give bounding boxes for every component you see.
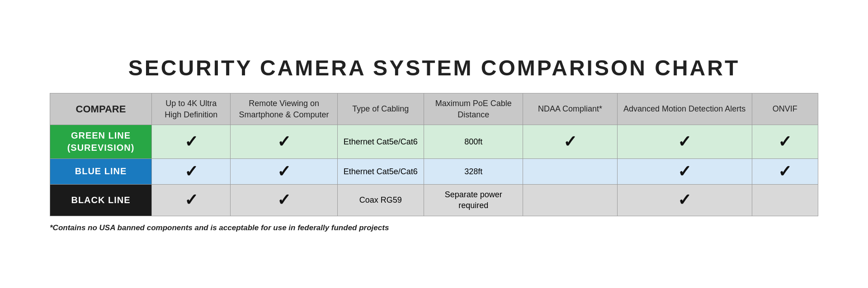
header-ndaa: NDAA Compliant* — [523, 93, 617, 125]
page-title: SECURITY CAMERA SYSTEM COMPARISON CHART — [128, 56, 740, 80]
cell-ndaa — [523, 158, 617, 184]
comparison-table: COMPARE Up to 4K Ultra High Definition R… — [50, 93, 818, 216]
header-remote: Remote Viewing on Smartphone & Computer — [231, 93, 337, 125]
row-label: BLACK LINE — [50, 185, 152, 216]
cell-cabling: Coax RG59 — [337, 185, 424, 216]
cell-motion: ✓ — [617, 185, 752, 216]
table-row: BLUE LINE✓✓Ethernet Cat5e/Cat6328ft✓✓ — [50, 158, 818, 184]
checkmark-icon: ✓ — [563, 132, 577, 151]
checkmark-icon: ✓ — [277, 162, 291, 181]
checkmark-icon: ✓ — [678, 190, 691, 209]
cell-poe: 800ft — [424, 125, 523, 158]
header-cabling: Type of Cabling — [337, 93, 424, 125]
row-label: BLUE LINE — [50, 158, 152, 184]
checkmark-icon: ✓ — [778, 132, 792, 151]
cell-onvif: ✓ — [752, 125, 818, 158]
cell-cabling: Ethernet Cat5e/Cat6 — [337, 125, 424, 158]
cell-motion: ✓ — [617, 125, 752, 158]
cell-4k: ✓ — [152, 158, 231, 184]
checkmark-icon: ✓ — [184, 132, 198, 151]
cell-remote: ✓ — [231, 185, 337, 216]
row-label: GREEN LINE (SUREVISION) — [50, 125, 152, 158]
header-onvif: ONVIF — [752, 93, 818, 125]
checkmark-icon: ✓ — [778, 162, 792, 181]
checkmark-icon: ✓ — [277, 190, 291, 209]
table-row: GREEN LINE (SUREVISION)✓✓Ethernet Cat5e/… — [50, 125, 818, 158]
table-row: BLACK LINE✓✓Coax RG59Separate power requ… — [50, 185, 818, 216]
cell-onvif — [752, 185, 818, 216]
cell-remote: ✓ — [231, 125, 337, 158]
cell-poe: Separate power required — [424, 185, 523, 216]
page-wrapper: SECURITY CAMERA SYSTEM COMPARISON CHART … — [50, 56, 818, 232]
checkmark-icon: ✓ — [678, 132, 691, 151]
cell-4k: ✓ — [152, 125, 231, 158]
cell-poe: 328ft — [424, 158, 523, 184]
cell-ndaa — [523, 185, 617, 216]
footnote: *Contains no USA banned components and i… — [50, 223, 389, 232]
header-4k: Up to 4K Ultra High Definition — [152, 93, 231, 125]
checkmark-icon: ✓ — [184, 190, 198, 209]
cell-4k: ✓ — [152, 185, 231, 216]
header-compare: COMPARE — [50, 93, 152, 125]
checkmark-icon: ✓ — [678, 162, 691, 181]
cell-remote: ✓ — [231, 158, 337, 184]
checkmark-icon: ✓ — [184, 162, 198, 181]
cell-motion: ✓ — [617, 158, 752, 184]
header-motion: Advanced Motion Detection Alerts — [617, 93, 752, 125]
checkmark-icon: ✓ — [277, 132, 291, 151]
cell-cabling: Ethernet Cat5e/Cat6 — [337, 158, 424, 184]
cell-ndaa: ✓ — [523, 125, 617, 158]
cell-onvif: ✓ — [752, 158, 818, 184]
header-poe: Maximum PoE Cable Distance — [424, 93, 523, 125]
